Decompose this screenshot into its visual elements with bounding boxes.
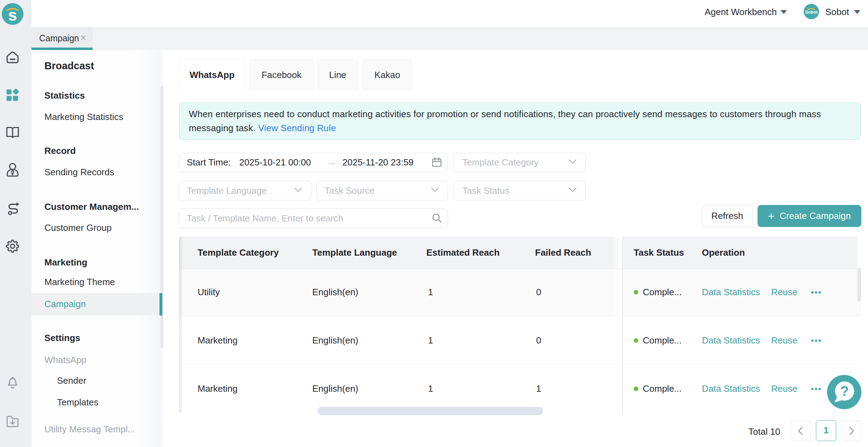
svg-text:?: ? <box>840 383 849 399</box>
svg-text:s: s <box>8 6 17 24</box>
svg-text:Sobot: Sobot <box>805 10 818 15</box>
